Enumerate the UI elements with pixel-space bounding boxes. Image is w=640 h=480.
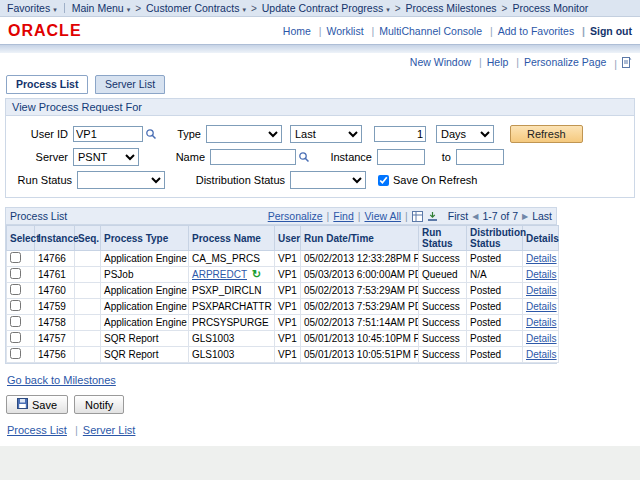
add-to-favorites-link[interactable]: Add to Favorites (485, 25, 574, 37)
nav-last[interactable]: Last (532, 210, 552, 222)
row-select-checkbox[interactable] (10, 348, 21, 359)
run-status-cell: Success (419, 251, 467, 267)
process-type-cell: Application Engine (101, 315, 189, 331)
nav-prev-icon[interactable]: ◀ (472, 212, 478, 221)
to-label: to (433, 151, 451, 163)
table-row: 14760 Application Engine PSXP_DIRCLN VP1… (7, 283, 559, 299)
separator: | (327, 210, 330, 222)
details-link[interactable]: Details (526, 301, 557, 312)
breadcrumb-separator: > (251, 3, 257, 14)
server-select[interactable]: PSNT (73, 148, 139, 166)
instance-cell: 14756 (35, 347, 75, 363)
seq-cell (75, 331, 101, 347)
col-header-seq: Seq. (75, 226, 101, 251)
personalize-link[interactable]: Personalize (268, 210, 323, 222)
col-header-details: Details (523, 226, 559, 251)
user-cell: VP1 (275, 315, 301, 331)
filter-section: View Process Request For User ID Type La… (5, 98, 635, 198)
save-button[interactable]: Save (6, 395, 68, 414)
instance-cell: 14759 (35, 299, 75, 315)
last-select[interactable]: Last (290, 125, 362, 143)
user-id-input[interactable] (73, 126, 143, 142)
details-link[interactable]: Details (526, 333, 557, 344)
name-label: Name (165, 151, 205, 163)
details-link[interactable]: Details (526, 253, 557, 264)
dist-status-cell: Posted (467, 283, 523, 299)
distribution-status-select[interactable] (290, 171, 366, 189)
breadcrumb-main-menu[interactable]: Main Menu▾ (72, 2, 130, 14)
run-status-cell: Success (419, 331, 467, 347)
new-window-link[interactable]: New Window (410, 56, 471, 68)
save-on-refresh-label: Save On Refresh (393, 174, 477, 186)
type-select[interactable] (206, 125, 282, 143)
home-link[interactable]: Home (283, 25, 311, 37)
download-icon[interactable] (427, 211, 438, 222)
dist-status-cell: Posted (467, 251, 523, 267)
breadcrumb-separator: > (135, 3, 141, 14)
name-input[interactable] (210, 149, 296, 165)
instance-cell: 14760 (35, 283, 75, 299)
details-link[interactable]: Details (526, 269, 557, 280)
last-count-input[interactable] (374, 126, 426, 142)
breadcrumb-update-contract-progress[interactable]: Update Contract Progress▾ (262, 2, 390, 14)
grid-zoom-icon[interactable] (412, 211, 423, 222)
process-name-cell: PSXP_DIRCLN (189, 283, 275, 299)
details-link[interactable]: Details (526, 317, 557, 328)
nav-next-icon[interactable]: ▶ (522, 212, 528, 221)
breadcrumb-customer-contracts[interactable]: Customer Contracts▾ (146, 2, 246, 14)
bottom-link-process-list[interactable]: Process List (7, 424, 67, 436)
row-select-checkbox[interactable] (10, 300, 21, 311)
tab-process-list[interactable]: Process List (6, 75, 88, 94)
breadcrumb-separator: > (395, 3, 401, 14)
details-link[interactable]: Details (526, 349, 557, 360)
row-select-checkbox[interactable] (10, 268, 21, 279)
table-row: 14761 PSJob ARPREDCT↻ VP1 05/03/2013 6:0… (7, 267, 559, 283)
nav-first[interactable]: First (448, 210, 468, 222)
col-header-run-datetime: Run Date/Time (301, 226, 419, 251)
process-name-link[interactable]: ARPREDCT (192, 269, 247, 280)
process-type-cell: Application Engine (101, 251, 189, 267)
row-select-checkbox[interactable] (10, 316, 21, 327)
name-lookup-icon[interactable] (298, 151, 310, 163)
run-status-cell: Success (419, 347, 467, 363)
bottom-links: Process List Server List (7, 424, 633, 436)
row-select-checkbox[interactable] (10, 252, 21, 263)
run-datetime-cell: 05/02/2013 7:53:29AM PDT (301, 283, 419, 299)
seq-cell (75, 315, 101, 331)
worklist-link[interactable]: Worklist (314, 25, 364, 37)
help-link[interactable]: Help (474, 56, 508, 68)
user-cell: VP1 (275, 251, 301, 267)
job-refresh-icon[interactable]: ↻ (252, 268, 261, 280)
notify-button[interactable]: Notify (74, 395, 124, 414)
details-link[interactable]: Details (526, 285, 557, 296)
seq-cell (75, 299, 101, 315)
process-type-cell: Application Engine (101, 283, 189, 299)
breadcrumb-process-monitor[interactable]: Process Monitor (512, 2, 588, 14)
breadcrumb-process-milestones[interactable]: Process Milestones (406, 2, 497, 14)
signout-link[interactable]: Sign out (577, 25, 632, 37)
instance-to-input[interactable] (456, 149, 504, 165)
instance-from-input[interactable] (377, 149, 425, 165)
row-select-checkbox[interactable] (10, 284, 21, 295)
dist-status-cell: Posted (467, 315, 523, 331)
user-cell: VP1 (275, 267, 301, 283)
days-select[interactable]: Days (436, 125, 494, 143)
table-row: 14756 SQR Report GLS1003 VP1 05/01/2013 … (7, 347, 559, 363)
save-on-refresh-checkbox[interactable] (378, 175, 389, 186)
personalize-page-link[interactable]: Personalize Page (511, 56, 606, 68)
go-back-link[interactable]: Go back to Milestones (7, 374, 116, 386)
view-all-link[interactable]: View All (364, 210, 401, 222)
process-name-cell: PSXPARCHATTR (189, 299, 275, 315)
copy-url-icon[interactable] (609, 57, 632, 70)
run-status-select[interactable] (77, 171, 165, 189)
refresh-button[interactable]: Refresh (510, 125, 583, 143)
row-select-checkbox[interactable] (10, 332, 21, 343)
user-id-lookup-icon[interactable] (145, 128, 157, 140)
tab-server-list[interactable]: Server List (95, 75, 165, 94)
breadcrumb-favorites[interactable]: Favorites▾ (7, 2, 57, 14)
multichannel-console-link[interactable]: MultiChannel Console (367, 25, 482, 37)
find-link[interactable]: Find (333, 210, 353, 222)
col-header-instance: Instance (35, 226, 75, 251)
bottom-link-server-list[interactable]: Server List (70, 424, 135, 436)
breadcrumb-label: Process Milestones (406, 2, 497, 14)
